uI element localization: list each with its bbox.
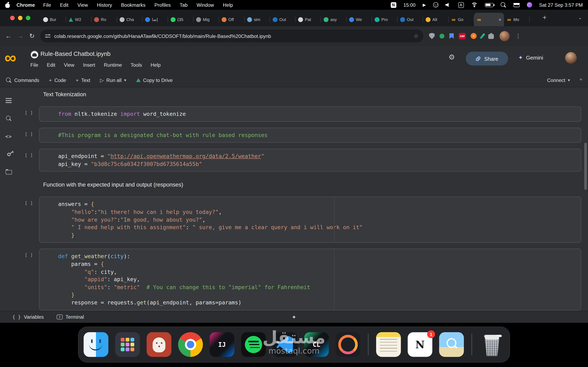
menubar-menu-bookmarks[interactable]: Bookmarks [121, 2, 145, 8]
extensions-puzzle-icon[interactable] [488, 34, 494, 39]
code-editor[interactable]: answers = { "hello":"hi there! how can i… [39, 197, 581, 243]
menubar-app-name[interactable]: Chrome [17, 2, 35, 8]
browser-tab[interactable]: Alt [423, 13, 449, 26]
input-source-icon[interactable]: A [458, 2, 464, 8]
find-replace-icon[interactable] [6, 115, 11, 122]
notebook-title[interactable]: Rule-Based Chatbot.ipynb [40, 50, 111, 57]
dock-launchpad[interactable] [115, 332, 140, 357]
spotlight-search-icon[interactable] [501, 2, 506, 8]
plus-extension-icon[interactable]: + [471, 33, 477, 39]
browser-tab[interactable]: Ro [91, 13, 117, 26]
browser-tab[interactable]: ∞Go [449, 13, 474, 26]
dock-chrome[interactable] [178, 332, 203, 357]
browser-tab[interactable]: sim [245, 13, 270, 26]
dock-ring[interactable] [336, 332, 360, 357]
collapse-toolbar-icon[interactable]: ^ [580, 78, 582, 83]
menubar-menu-edit[interactable]: Edit [60, 2, 68, 8]
run-all-button[interactable]: ▷ Run all ▾ [100, 77, 126, 83]
vertical-scrollbar[interactable] [584, 143, 587, 190]
colab-menu-tools[interactable]: Tools [131, 62, 142, 68]
url-text[interactable]: colab.research.google.com/github/HanaATa… [54, 33, 410, 39]
browser-tab[interactable]: asy [321, 13, 346, 26]
run-cell-button[interactable]: [ ] [25, 106, 39, 122]
wifi-icon[interactable] [471, 2, 477, 7]
account-avatar[interactable] [565, 52, 577, 64]
battery-icon[interactable] [485, 3, 493, 7]
shield-extension-icon[interactable] [429, 33, 435, 39]
browser-tab[interactable]: ∞× [474, 13, 504, 26]
menubar-menu-help[interactable]: Help [223, 2, 233, 8]
grammar-extension-icon[interactable] [480, 33, 485, 39]
browser-tab[interactable]: Mig [194, 13, 219, 26]
secrets-key-icon[interactable] [5, 151, 12, 158]
bookmark-flag-extension-icon[interactable] [449, 33, 454, 39]
menubar-menu-view[interactable]: View [77, 2, 88, 8]
terminal-button[interactable]: Terminal [57, 314, 84, 320]
menubar-menu-window[interactable]: Window [197, 2, 214, 8]
forward-icon[interactable]: → [17, 33, 24, 39]
run-cell-button[interactable]: [ ] [25, 128, 39, 143]
reload-icon[interactable]: ↻ [29, 33, 35, 39]
run-cell-button[interactable]: [ ] [25, 249, 39, 310]
text-cell[interactable]: Function with the expected input and out… [43, 182, 588, 188]
abp-extension-icon[interactable]: ABP [459, 33, 466, 39]
dock-notion[interactable]: N1 [408, 332, 432, 357]
table-of-contents-icon[interactable] [6, 97, 12, 104]
browser-tab[interactable]: Pro [372, 13, 398, 26]
menubar-menu-profiles[interactable]: Profiles [155, 2, 171, 8]
site-settings-icon[interactable] [45, 34, 51, 38]
browser-tab[interactable]: Out [270, 13, 295, 26]
volume-icon[interactable] [445, 3, 451, 7]
colab-menu-help[interactable]: Help [151, 62, 161, 68]
dock-spotify[interactable] [241, 332, 266, 357]
dock-clion[interactable]: CL [304, 332, 329, 357]
media-play-icon[interactable]: ▶ [423, 2, 426, 7]
dock-notes[interactable] [376, 332, 401, 357]
share-button[interactable]: Share [466, 52, 508, 66]
browser-tab[interactable]: Out [398, 13, 423, 26]
control-center-icon[interactable] [513, 3, 520, 7]
code-editor[interactable]: def get_weather(city): params = { "q": c… [39, 249, 581, 310]
menubar-menu-file[interactable]: File [43, 2, 51, 8]
dock-finder[interactable] [84, 332, 108, 357]
tab-search-icon[interactable]: ⌄ [578, 15, 582, 20]
colab-menu-runtime[interactable]: Runtime [104, 62, 122, 68]
browser-tab[interactable]: إضا [143, 13, 168, 26]
dock-trash[interactable] [480, 332, 504, 357]
code-editor[interactable]: api_endpoint = "http://api.openweatherma… [39, 149, 581, 172]
add-code-button[interactable]: + Code [49, 77, 66, 83]
emoji-picker-icon[interactable] [433, 2, 438, 8]
code-editor[interactable]: from nltk.tokenize import word_tokenize [39, 106, 581, 122]
text-cell[interactable]: Text Tokenization [43, 91, 588, 97]
settings-gear-icon[interactable]: ⚙ [449, 54, 455, 61]
adblock-extension-icon[interactable] [440, 33, 444, 38]
dock-intellij[interactable]: IJ [210, 332, 234, 357]
copy-to-drive-button[interactable]: Copy to Drive [136, 77, 173, 83]
browser-tab[interactable]: Pat [295, 13, 321, 26]
add-text-button[interactable]: + Text [76, 77, 90, 83]
colab-menu-file[interactable]: File [30, 62, 38, 68]
connect-button[interactable]: Connect ▾ [547, 77, 570, 83]
github-icon[interactable] [31, 51, 38, 58]
apple-menu-icon[interactable] [5, 2, 10, 8]
colab-menu-insert[interactable]: Insert [83, 62, 95, 68]
minimize-window-button[interactable] [18, 16, 22, 20]
menubar-menu-tab[interactable]: Tab [180, 2, 188, 8]
browser-profile-avatar[interactable] [500, 31, 510, 41]
spark-icon[interactable]: ✦ [292, 314, 296, 320]
colab-logo[interactable]: ∞ [4, 47, 16, 69]
variables-button[interactable]: { } Variables [12, 314, 44, 320]
browser-tab[interactable]: Off [219, 13, 245, 26]
gemini-button[interactable]: ✦ Gemini [518, 54, 543, 61]
dock-preview[interactable] [439, 332, 464, 357]
status-app-icon[interactable] [527, 2, 532, 8]
colab-menu-edit[interactable]: Edit [47, 62, 55, 68]
files-folder-icon[interactable] [6, 169, 12, 175]
bookmark-star-icon[interactable]: ☆ [414, 33, 419, 39]
colab-menu-view[interactable]: View [64, 62, 74, 68]
run-cell-button[interactable]: [ ] [25, 197, 39, 243]
run-cell-button[interactable]: [ ] [25, 149, 39, 172]
chevron-down-icon[interactable]: ▾ [124, 78, 126, 83]
browser-tab[interactable]: We [346, 13, 372, 26]
browser-tab[interactable]: (35 [168, 13, 194, 26]
